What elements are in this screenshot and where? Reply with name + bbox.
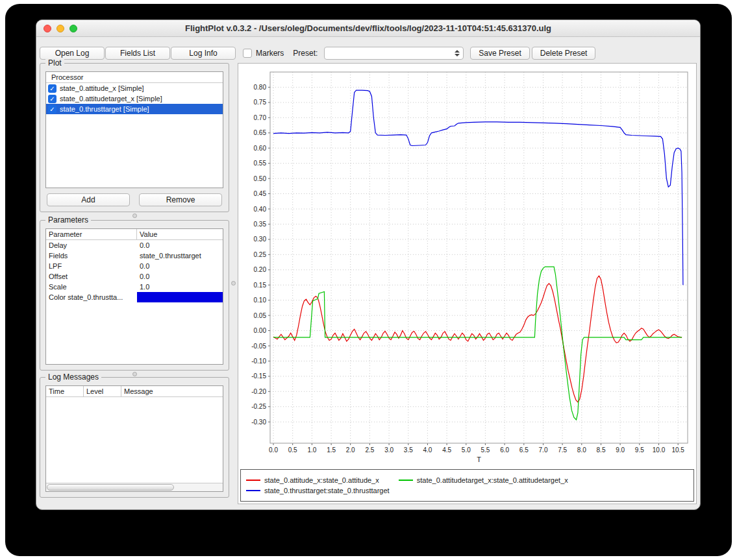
chart-legend: state_0.attitude_x:state_0.attitude_xsta…	[240, 469, 694, 502]
screenshot-canvas: FlightPlot v.0.3.2 - /Users/oleg/Documen…	[0, 0, 737, 560]
parameter-name: Offset	[46, 271, 137, 282]
parameter-value[interactable]: 0.0	[137, 240, 223, 250]
chart-svg[interactable]: 0.00.51.01.52.02.53.03.54.04.55.05.56.06…	[240, 66, 694, 465]
x-tick-label: 8.0	[577, 446, 586, 454]
x-tick-label: 5.5	[481, 446, 490, 454]
preset-select[interactable]	[324, 47, 464, 60]
parameter-row-4[interactable]: Scale1.0	[46, 282, 223, 292]
plot-buttons: Add Remove	[45, 193, 223, 206]
x-tick-label: 1.5	[327, 446, 336, 454]
save-preset-button[interactable]: Save Preset	[470, 47, 529, 60]
add-button[interactable]: Add	[47, 193, 130, 206]
parameter-row-2[interactable]: LPF0.0	[46, 261, 223, 271]
level-column-header[interactable]: Level	[84, 386, 121, 396]
parameter-row-3[interactable]: Offset0.0	[46, 271, 223, 282]
plot-series-row-1[interactable]: ✓state_0.attitudetarget_x [Simple]	[46, 93, 223, 104]
y-tick-label: 0.65	[254, 129, 267, 136]
delete-preset-button[interactable]: Delete Preset	[532, 47, 596, 60]
traffic-lights	[44, 25, 77, 32]
minimize-button[interactable]	[56, 25, 64, 32]
legend-entry: state_0.attitudetarget_x:state_0.attitud…	[399, 476, 568, 484]
x-tick-label: 3.5	[404, 446, 413, 454]
combo-stepper-icon	[455, 50, 460, 56]
series-checkbox[interactable]: ✓	[48, 105, 56, 114]
horizontal-scrollbar[interactable]	[46, 483, 223, 491]
legend-entry: state_0.thrusttarget:state_0.thrusttarge…	[246, 487, 390, 494]
x-tick-label: 10.0	[653, 446, 666, 454]
y-tick-label: 0.40	[254, 206, 267, 213]
y-tick-label: 0.20	[254, 266, 267, 273]
log-messages-table[interactable]: Time Level Message	[45, 385, 223, 492]
zoom-button[interactable]	[69, 25, 77, 32]
series-checkbox[interactable]: ✓	[48, 84, 56, 93]
open-log-button[interactable]: Open Log	[40, 47, 105, 60]
markers-checkbox[interactable]	[243, 49, 252, 58]
parameter-color-swatch[interactable]	[137, 292, 223, 302]
series-checkbox[interactable]: ✓	[48, 95, 56, 103]
y-tick-label: 0.50	[254, 175, 267, 182]
y-tick-label: 0.45	[254, 190, 267, 197]
message-column-header[interactable]: Message	[121, 386, 223, 396]
left-sidebar: Plot Processor ✓state_0.attitude_x [Simp…	[40, 63, 229, 504]
splitter-handle-vertical[interactable]	[231, 281, 236, 286]
series-label: state_0.thrusttarget [Simple]	[60, 105, 149, 113]
parameter-name: Delay	[46, 240, 137, 250]
y-tick-label: 0.30	[254, 236, 267, 243]
chevron-down-icon	[455, 54, 460, 56]
legend-line-sample	[399, 480, 413, 481]
x-tick-label: 7.5	[558, 446, 567, 454]
legend-row: state_0.attitude_x:state_0.attitude_xsta…	[246, 476, 688, 484]
parameter-column-header[interactable]: Parameter	[46, 229, 137, 239]
remove-button[interactable]: Remove	[139, 193, 222, 206]
parameter-row-1[interactable]: Fieldsstate_0.thrusttarget	[46, 250, 223, 261]
parameter-value[interactable]: 0.0	[137, 271, 223, 282]
y-tick-label: 0.00	[254, 327, 267, 334]
parameter-value[interactable]: 0.0	[137, 261, 223, 271]
title-bar[interactable]: FlightPlot v.0.3.2 - /Users/oleg/Documen…	[36, 20, 700, 37]
value-column-header[interactable]: Value	[137, 229, 223, 239]
y-tick-label: 0.75	[254, 99, 267, 106]
plot-list-column-header[interactable]: Processor	[46, 72, 223, 83]
series-label: state_0.attitudetarget_x [Simple]	[60, 95, 162, 103]
y-tick-label: -0.25	[251, 403, 266, 410]
y-tick-label: 0.60	[254, 145, 267, 152]
plot-series-row-0[interactable]: ✓state_0.attitude_x [Simple]	[46, 83, 223, 93]
y-tick-label: 0.15	[254, 282, 267, 289]
parameter-value[interactable]: state_0.thrusttarget	[137, 250, 223, 261]
plot-series-list[interactable]: Processor ✓state_0.attitude_x [Simple]✓s…	[45, 71, 223, 188]
legend-row: state_0.thrusttarget:state_0.thrusttarge…	[246, 487, 688, 494]
y-tick-label: 0.05	[254, 312, 267, 319]
legend-label: state_0.attitude_x:state_0.attitude_x	[264, 476, 379, 484]
x-tick-label: 7.0	[539, 446, 548, 454]
markers-label: Markers	[256, 49, 284, 58]
fields-list-button[interactable]: Fields List	[105, 47, 170, 60]
y-tick-label: 0.55	[254, 160, 267, 167]
x-tick-label: 10.5	[671, 446, 684, 454]
plot-series-row-2[interactable]: ✓state_0.thrusttarget [Simple]	[46, 104, 223, 114]
legend-entry: state_0.attitude_x:state_0.attitude_x	[246, 476, 379, 484]
scrollbar-thumb[interactable]	[47, 484, 174, 491]
splitter-handle-bottom[interactable]	[132, 372, 137, 376]
chevron-up-icon	[455, 50, 460, 53]
parameters-group-title: Parameters	[45, 215, 91, 225]
y-tick-label: -0.20	[251, 388, 266, 395]
parameter-name: Color state_0.thrustta...	[46, 292, 137, 302]
y-tick-label: 0.10	[254, 297, 267, 304]
x-axis-label: T	[477, 456, 481, 463]
plot-group: Plot Processor ✓state_0.attitude_x [Simp…	[40, 63, 229, 212]
time-column-header[interactable]: Time	[46, 386, 84, 396]
parameters-table-header: Parameter Value	[46, 229, 223, 240]
log-info-button[interactable]: Log Info	[171, 47, 236, 60]
log-messages-group-title: Log Messages	[45, 372, 101, 382]
parameter-value[interactable]: 1.0	[137, 282, 223, 292]
toolbar: Open Log Fields List Log Info Markers Pr…	[40, 46, 697, 60]
parameter-row-0[interactable]: Delay0.0	[46, 240, 223, 250]
splitter-handle-top[interactable]	[132, 213, 137, 218]
parameters-table[interactable]: Parameter Value Delay0.0Fieldsstate_0.th…	[45, 228, 223, 365]
close-button[interactable]	[44, 25, 51, 32]
parameter-row-5[interactable]: Color state_0.thrustta...	[46, 292, 223, 302]
preset-label: Preset:	[293, 49, 318, 58]
log-table-header: Time Level Message	[46, 386, 223, 397]
parameters-group: Parameters Parameter Value Delay0.0Field…	[40, 220, 229, 371]
x-tick-label: 8.5	[597, 446, 606, 454]
